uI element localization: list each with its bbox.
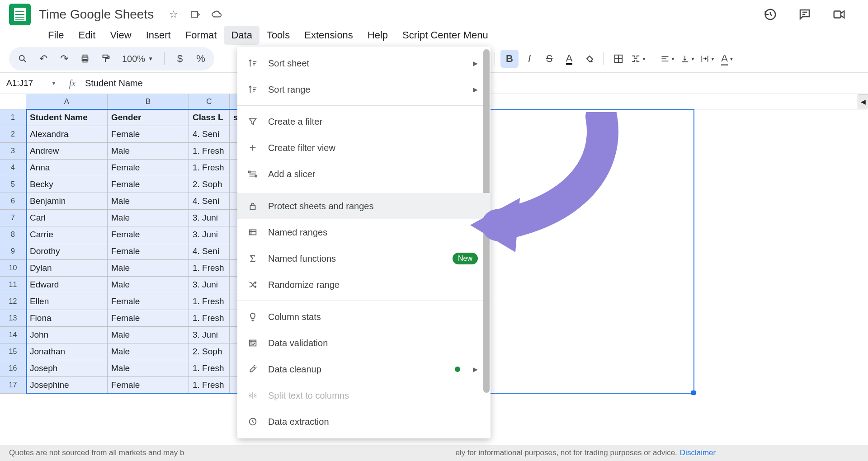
cell[interactable]: Male [108, 260, 189, 277]
text-color-button[interactable]: A [560, 50, 578, 68]
italic-button[interactable]: I [520, 50, 538, 68]
cell[interactable]: Male [108, 143, 189, 160]
menu-tools[interactable]: Tools [259, 26, 297, 45]
menu-item-sort-sheet[interactable]: Sort sheet▶ [237, 50, 491, 76]
cell[interactable]: 1. Fresh [189, 260, 230, 277]
cell[interactable]: Female [108, 243, 189, 260]
wrap-button[interactable]: ▼ [698, 50, 717, 68]
name-box[interactable]: A1:J17▼ [0, 73, 63, 94]
cell[interactable]: Jonathan [26, 343, 108, 360]
scroll-right-tab[interactable]: ◀ [858, 94, 868, 109]
menu-item-create-filter-view[interactable]: Create filter view [237, 135, 491, 161]
cell[interactable]: Andrew [26, 143, 108, 160]
v-align-button[interactable]: ▼ [679, 50, 697, 68]
cloud-status-icon[interactable] [210, 7, 224, 22]
cell[interactable]: Dorothy [26, 243, 108, 260]
cell[interactable]: 4. Seni [189, 126, 230, 143]
menu-insert[interactable]: Insert [139, 26, 178, 45]
row-header[interactable]: 6 [0, 193, 26, 210]
row-header[interactable]: 12 [0, 293, 26, 310]
cell[interactable]: Josephine [26, 377, 108, 394]
cell[interactable]: Male [108, 193, 189, 210]
cell[interactable]: Male [108, 210, 189, 226]
row-header[interactable]: 11 [0, 277, 26, 293]
cell[interactable]: 2. Soph [189, 343, 230, 360]
print-icon[interactable] [76, 50, 94, 68]
cell[interactable]: Female [108, 226, 189, 243]
cell[interactable]: 3. Juni [189, 226, 230, 243]
cell[interactable]: 1. Fresh [189, 143, 230, 160]
document-title[interactable]: Time Google Sheets [39, 7, 154, 22]
menu-view[interactable]: View [103, 26, 138, 45]
move-icon[interactable] [188, 7, 203, 22]
cell[interactable]: Dylan [26, 260, 108, 277]
menu-item-data-cleanup[interactable]: Data cleanup▶ [237, 356, 491, 382]
cell[interactable]: 4. Seni [189, 193, 230, 210]
menu-extensions[interactable]: Extensions [297, 26, 360, 45]
cell[interactable]: John [26, 327, 108, 343]
cell[interactable]: Female [108, 160, 189, 176]
cell[interactable]: Female [108, 293, 189, 310]
menu-item-named-ranges[interactable]: Named ranges [237, 219, 491, 245]
row-header[interactable]: 15 [0, 343, 26, 360]
cell[interactable]: Edward [26, 277, 108, 293]
cell[interactable]: 4. Seni [189, 243, 230, 260]
row-header[interactable]: 9 [0, 243, 26, 260]
sheets-logo[interactable] [9, 4, 31, 25]
menu-item-randomize-range[interactable]: Randomize range [237, 272, 491, 298]
formula-input[interactable]: Student Name [81, 78, 143, 89]
cell[interactable]: Class L [189, 109, 230, 126]
cell[interactable]: 1. Fresh [189, 377, 230, 394]
cell[interactable]: 1. Fresh [189, 360, 230, 377]
row-header[interactable]: 13 [0, 310, 26, 327]
col-header-B[interactable]: B [108, 94, 189, 109]
menu-edit[interactable]: Edit [71, 26, 103, 45]
redo-icon[interactable]: ↷ [55, 50, 73, 68]
cell[interactable]: 1. Fresh [189, 160, 230, 176]
menu-item-named-functions[interactable]: ΣNamed functionsNew [237, 245, 491, 272]
row-header[interactable]: 17 [0, 377, 26, 394]
cell[interactable]: Female [108, 310, 189, 327]
cell[interactable]: Student Name [26, 109, 108, 126]
menu-script-center-menu[interactable]: Script Center Menu [395, 26, 495, 45]
row-header[interactable]: 8 [0, 226, 26, 243]
menu-item-create-a-filter[interactable]: Create a filter [237, 108, 491, 135]
select-all-corner[interactable] [0, 94, 26, 109]
menu-file[interactable]: File [41, 26, 71, 45]
col-header-A[interactable]: A [26, 94, 108, 109]
menu-help[interactable]: Help [360, 26, 395, 45]
cell[interactable]: Male [108, 327, 189, 343]
menu-data[interactable]: Data [224, 26, 259, 45]
menu-item-data-validation[interactable]: Data validation [237, 330, 491, 356]
row-header[interactable]: 2 [0, 126, 26, 143]
row-header[interactable]: 4 [0, 160, 26, 176]
menu-item-column-stats[interactable]: Column stats [237, 304, 491, 330]
history-icon[interactable] [763, 7, 778, 22]
cell[interactable]: 3. Juni [189, 277, 230, 293]
menu-format[interactable]: Format [178, 26, 224, 45]
cell[interactable]: 3. Juni [189, 210, 230, 226]
cell[interactable]: Gender [108, 109, 189, 126]
row-header[interactable]: 3 [0, 143, 26, 160]
cell[interactable]: Anna [26, 160, 108, 176]
zoom-select[interactable]: 100% ▼ [118, 54, 158, 64]
paint-format-icon[interactable] [97, 50, 115, 68]
row-header[interactable]: 1 [0, 109, 26, 126]
cell[interactable]: Fiona [26, 310, 108, 327]
cell[interactable]: Joseph [26, 360, 108, 377]
menu-item-sort-range[interactable]: Sort range▶ [237, 76, 491, 103]
cell[interactable]: Carl [26, 210, 108, 226]
merge-button[interactable]: ▼ [629, 50, 647, 68]
cell[interactable]: Alexandra [26, 126, 108, 143]
cell[interactable]: 2. Soph [189, 176, 230, 193]
h-align-button[interactable]: ▼ [659, 50, 677, 68]
menu-item-data-extraction[interactable]: Data extraction [237, 409, 491, 435]
cell[interactable]: Benjamin [26, 193, 108, 210]
meet-icon[interactable] [832, 7, 846, 22]
cell[interactable]: Male [108, 343, 189, 360]
star-icon[interactable]: ☆ [166, 7, 181, 22]
menu-item-add-a-slicer[interactable]: Add a slicer [237, 161, 491, 187]
cell[interactable]: 1. Fresh [189, 310, 230, 327]
fill-color-button[interactable] [580, 50, 598, 68]
cell[interactable]: Male [108, 360, 189, 377]
